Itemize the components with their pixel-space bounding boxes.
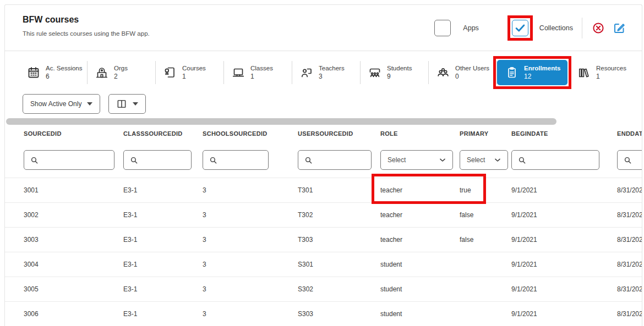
page-title: BFW courses bbox=[23, 15, 79, 25]
tab-count: 0 bbox=[455, 73, 489, 81]
cell-primary: false bbox=[460, 236, 511, 244]
filter-classsourcedid-input[interactable] bbox=[143, 156, 187, 164]
tab-enrollments[interactable]: Enrollments12 bbox=[497, 60, 567, 85]
tab-label: Teachers bbox=[319, 64, 345, 72]
column-header-usersourcedid[interactable]: USERSOURCEDID bbox=[298, 130, 380, 137]
cell-schoolsourcedid: 3 bbox=[203, 261, 298, 268]
cell-role: teacher bbox=[380, 186, 460, 194]
chevron-down-icon bbox=[493, 156, 502, 164]
filter-enddate[interactable] bbox=[617, 150, 642, 170]
tab-count: 6 bbox=[46, 73, 82, 81]
search-icon bbox=[129, 156, 139, 165]
cell-sourcedid: 3006 bbox=[24, 310, 123, 318]
filter-sourcedid[interactable] bbox=[24, 150, 114, 170]
filter-schoolsourcedid-input[interactable] bbox=[222, 156, 264, 164]
tab-label: Courses bbox=[182, 64, 206, 72]
column-picker-button[interactable] bbox=[108, 94, 146, 114]
cell-begindate: 9/1/2021 bbox=[511, 211, 617, 219]
cell-enddate: 8/31/2022 bbox=[617, 310, 642, 318]
cell-primary: false bbox=[460, 211, 511, 219]
column-header-role[interactable]: ROLE bbox=[380, 130, 460, 137]
cell-classsourcedid: E3-1 bbox=[123, 261, 203, 268]
cell-role: student bbox=[380, 285, 460, 293]
tab-count: 1 bbox=[182, 73, 206, 81]
table-row: 3002 E3-1 3 T302 teacher false 9/1/2021 … bbox=[5, 203, 642, 228]
tab-orgs[interactable]: Orgs2 bbox=[88, 58, 156, 87]
cell-enddate: 8/31/2022 bbox=[617, 211, 642, 219]
caret-down-icon bbox=[87, 102, 92, 106]
organization-icon bbox=[95, 66, 108, 79]
column-header-primary[interactable]: PRIMARY bbox=[460, 130, 511, 137]
tab-label: Students bbox=[387, 64, 412, 72]
cell-usersourcedid: T302 bbox=[298, 211, 380, 219]
filter-usersourcedid[interactable] bbox=[298, 150, 372, 170]
horizontal-scrollbar[interactable] bbox=[6, 118, 556, 125]
column-header-enddate[interactable]: ENDDATE bbox=[617, 130, 642, 137]
collections-checkbox[interactable] bbox=[512, 20, 528, 36]
delete-rule-icon[interactable] bbox=[591, 21, 605, 35]
tab-label: Ac. Sessions bbox=[46, 64, 82, 72]
cell-classsourcedid: E3-1 bbox=[123, 186, 203, 194]
tab-label: Classes bbox=[250, 64, 273, 72]
column-header-sourcedid[interactable]: SOURCEDID bbox=[24, 130, 123, 137]
cell-classsourcedid: E3-1 bbox=[123, 236, 203, 244]
tab-classes[interactable]: Classes1 bbox=[224, 58, 292, 87]
filter-begindate[interactable] bbox=[511, 150, 599, 170]
filter-schoolsourcedid[interactable] bbox=[203, 150, 269, 170]
filter-classsourcedid[interactable] bbox=[123, 150, 192, 170]
apps-checkbox-label: Apps bbox=[463, 24, 479, 32]
search-icon bbox=[304, 156, 313, 165]
tab-resources[interactable]: Resources1 bbox=[565, 58, 634, 87]
filter-sourcedid-input[interactable] bbox=[43, 156, 110, 164]
cell-begindate: 9/1/2021 bbox=[511, 285, 617, 293]
table-row: 3004 E3-1 3 S301 student 9/1/2021 8/31/2… bbox=[5, 252, 642, 277]
cell-usersourcedid: S301 bbox=[298, 261, 380, 268]
cell-usersourcedid: T301 bbox=[298, 186, 380, 194]
filter-primary-select[interactable]: Select bbox=[460, 150, 508, 170]
tab-label: Other Users bbox=[455, 64, 489, 72]
edit-rule-icon[interactable] bbox=[612, 21, 626, 35]
calendar-icon bbox=[27, 66, 40, 79]
tab-ac-sessions[interactable]: Ac. Sessions6 bbox=[19, 58, 88, 87]
column-header-schoolsourcedid[interactable]: SCHOOLSOURCEDID bbox=[203, 130, 298, 137]
filter-role-select-value: Select bbox=[388, 156, 406, 164]
cell-schoolsourcedid: 3 bbox=[203, 310, 298, 318]
tab-label: Enrollments bbox=[524, 64, 560, 72]
filter-role-select[interactable]: Select bbox=[380, 150, 453, 170]
rule-header: BFW courses This rule selects courses us… bbox=[5, 5, 642, 51]
header-controls: Apps Collections bbox=[434, 13, 626, 43]
cell-begindate: 9/1/2021 bbox=[511, 186, 617, 194]
tab-slot-enrollments: Enrollments12 bbox=[497, 58, 565, 87]
caret-down-icon bbox=[133, 102, 138, 106]
cell-role: teacher bbox=[380, 236, 460, 244]
cell-usersourcedid: T303 bbox=[298, 236, 380, 244]
collections-checkbox-label: Collections bbox=[539, 24, 573, 32]
column-header-classsourcedid[interactable]: CLASSSOURCEDID bbox=[123, 130, 203, 137]
table-toolbar: Show Active Only bbox=[23, 94, 146, 114]
column-header-begindate[interactable]: BEGINDATE bbox=[511, 130, 617, 137]
filter-enddate-input[interactable] bbox=[637, 156, 642, 164]
tab-courses[interactable]: Courses1 bbox=[156, 58, 224, 87]
apps-checkbox[interactable] bbox=[434, 20, 451, 36]
search-icon bbox=[30, 156, 39, 165]
cell-usersourcedid: S302 bbox=[298, 285, 380, 293]
filter-usersourcedid-input[interactable] bbox=[318, 156, 367, 164]
active-filter-label: Show Active Only bbox=[30, 100, 81, 108]
table-row: 3003 E3-1 3 T303 teacher false 9/1/2021 … bbox=[5, 228, 642, 252]
cell-schoolsourcedid: 3 bbox=[203, 211, 298, 219]
cell-primary: true bbox=[460, 186, 511, 194]
table-row: 3006 E3-1 3 S303 student 9/1/2021 8/31/2… bbox=[5, 302, 642, 326]
teachers-icon bbox=[300, 66, 313, 79]
active-filter-dropdown[interactable]: Show Active Only bbox=[23, 94, 100, 114]
cell-begindate: 9/1/2021 bbox=[511, 236, 617, 244]
filter-begindate-input[interactable] bbox=[531, 156, 594, 164]
tab-teachers[interactable]: Teachers3 bbox=[292, 58, 361, 87]
header-divider bbox=[582, 18, 582, 38]
cell-role: student bbox=[380, 310, 460, 318]
tab-other-users[interactable]: Other Users0 bbox=[429, 58, 497, 87]
tab-students[interactable]: Students9 bbox=[361, 58, 429, 87]
filter-primary-select-value: Select bbox=[467, 156, 485, 164]
page-subtitle: This rule selects courses using the BFW … bbox=[23, 30, 150, 37]
cell-enddate: 8/31/2022 bbox=[617, 261, 642, 268]
other-users-icon bbox=[436, 66, 450, 79]
